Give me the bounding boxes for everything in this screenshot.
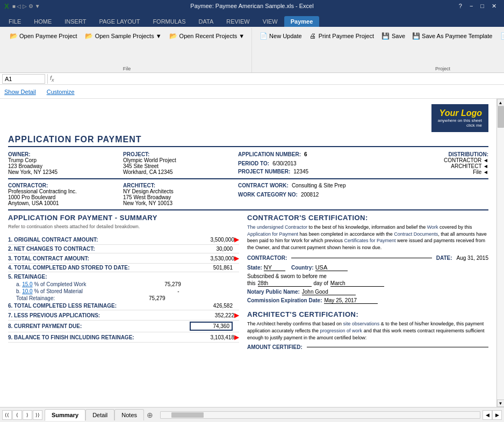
title-bar-title: Paymee: Paymee American Sample.xls - Exc… xyxy=(190,3,313,9)
line-item-3-label: 3. TOTAL CONTRACT AMOUNT: xyxy=(8,256,191,261)
line-item-8: 8. CURRENT PAYMENT DUE: 74,360 xyxy=(8,321,239,332)
tab-summary[interactable]: Summary xyxy=(45,409,85,421)
line-item-3: 3. TOTAL CONTRACT AMOUNT: 3,530,000 ▶ xyxy=(8,253,239,264)
tab-insert[interactable]: INSERT xyxy=(58,16,92,27)
h-scroll-buttons: ◀ ▶ xyxy=(483,410,502,420)
architect-address1: 175 West Broadway xyxy=(123,194,236,200)
amount-certified-line xyxy=(307,347,488,347)
arch-cert-text: The Architect hereby confirms that based… xyxy=(247,321,488,341)
vertical-scrollbar[interactable]: ▲ ▼ xyxy=(496,99,504,407)
line-item-6: 6. TOTAL COMPLETED LESS RETAINAGE: 426,5… xyxy=(8,302,239,310)
architect-block: ARCHITECT: NY Design Architects 175 West… xyxy=(123,183,236,206)
tab-detail[interactable]: Detail xyxy=(85,409,114,420)
tab-data[interactable]: DATA xyxy=(192,16,220,27)
tab-notes[interactable]: Notes xyxy=(114,409,144,420)
cert-notary-value: John Good xyxy=(302,289,356,295)
line-item-1-value: 3,500,000 xyxy=(191,237,234,243)
retainage-a-pct[interactable]: 15.0 xyxy=(22,281,32,287)
tab-review[interactable]: REVIEW xyxy=(220,16,256,27)
cert-notary-row: Notary Public Name: John Good xyxy=(247,289,488,295)
cert-sworn-text: Subscribed & sworn to before me xyxy=(247,273,327,279)
horizontal-scrollbar[interactable] xyxy=(160,411,480,419)
scroll-down-button[interactable]: ▼ xyxy=(497,399,505,407)
new-update-button[interactable]: 📄 New Update xyxy=(256,30,305,42)
tab-last-button[interactable]: ⟩⟩ xyxy=(33,410,42,420)
ribbon-group-file: 📂 Open Paymee Project 📂 Open Sample Proj… xyxy=(2,28,252,72)
h-scroll-left[interactable]: ◀ xyxy=(483,410,492,420)
print-paymee-button[interactable]: 🖨 Print Paymee Project xyxy=(306,30,377,42)
tab-next-button[interactable]: ⟩ xyxy=(23,410,32,420)
app-number-value: 6 xyxy=(304,151,307,157)
line-item-7-label: 7. LESS PREVIOUS APPLICATIONS: xyxy=(8,312,191,318)
document-content: Your Logo anywhere on this sheet click m… xyxy=(0,99,496,407)
open-recent-projects-button[interactable]: 📂 Open Recent Projects ▼ xyxy=(167,30,248,42)
tab-prev-button[interactable]: ⟨ xyxy=(12,410,22,420)
scroll-track[interactable] xyxy=(497,106,505,399)
retainage-b-value: - xyxy=(136,288,179,294)
retainage-a-label: a. 15.0 % of Completed Work xyxy=(16,281,86,287)
cert-sworn-row: Subscribed & sworn to before me xyxy=(247,273,488,279)
cert-this-value: 28th xyxy=(258,280,312,287)
line-item-6-value: 426,582 xyxy=(190,303,233,309)
project-number-label: PROJECT NUMBER: xyxy=(238,169,290,174)
tab-first-button[interactable]: ⟨⟨ xyxy=(2,410,12,420)
retainage-a: a. 15.0 % of Completed Work 75,279 xyxy=(8,281,239,288)
line-item-9: 9. BALANCE TO FINISH INCLUDING RETAINAGE… xyxy=(8,332,239,343)
ribbon-group-project-buttons: 📄 New Update 🖨 Print Paymee Project 💾 Sa… xyxy=(256,29,504,64)
h-scroll-thumb[interactable] xyxy=(171,412,204,418)
cert-state-label: State: xyxy=(247,265,262,271)
new-project-icon: 📄 xyxy=(500,32,504,40)
title-bar: X ■ ◁ ▷ ⚙ ▼ Paymee: Paymee American Samp… xyxy=(0,0,504,12)
tab-add-button[interactable]: ⊕ xyxy=(144,409,156,421)
open-paymee-project-button[interactable]: 📂 Open Paymee Project xyxy=(6,30,80,42)
formula-bar: fx xyxy=(0,73,504,85)
arrow-3: ▶ xyxy=(234,254,239,262)
help-button[interactable]: ? xyxy=(456,3,465,10)
line-item-8-value: 74,360 xyxy=(190,322,233,331)
project-number-value: 12345 xyxy=(293,169,308,174)
contractor-address2: Anytown, USA 10001 xyxy=(8,200,121,206)
architect-label: ARCHITECT: xyxy=(123,183,236,188)
open-sample-projects-button[interactable]: 📂 Open Sample Projects ▼ xyxy=(82,30,164,42)
app-number-block: APPLICATION NUMBER: 6 PERIOD TO: 6/30/20… xyxy=(238,151,416,175)
retainage-b: b. 10.0 % of Stored Material - xyxy=(8,288,239,295)
retainage-header: 5. RETAINAGE: xyxy=(8,272,239,281)
company-logo[interactable]: Your Logo anywhere on this sheet click m… xyxy=(431,104,488,132)
divider2 xyxy=(8,209,488,210)
line-item-2-value: 30,000 xyxy=(190,246,233,252)
tab-home[interactable]: HOME xyxy=(27,16,58,27)
h-scrollbar-area xyxy=(158,411,483,419)
owner-address2: New York, NY 12345 xyxy=(8,169,121,175)
maximize-button[interactable]: □ xyxy=(477,3,487,10)
customize-link[interactable]: Customize xyxy=(47,89,75,95)
work-category-label: WORK CATEGORY NO: xyxy=(238,192,298,198)
show-detail-link[interactable]: Show Detail xyxy=(4,89,36,95)
architect-address2: New York, NY 10013 xyxy=(123,200,236,206)
close-button[interactable]: ✕ xyxy=(488,3,500,10)
scroll-thumb[interactable] xyxy=(498,106,504,128)
line-item-8-label: 8. CURRENT PAYMENT DUE: xyxy=(8,323,190,329)
tab-page-layout[interactable]: PAGE LAYOUT xyxy=(92,16,146,27)
save-as-template-button[interactable]: 💾 Save As Paymee Template xyxy=(409,30,495,42)
contract-work-block: CONTRACT WORK: Consulting & Site Prep WO… xyxy=(238,183,488,206)
name-box[interactable] xyxy=(2,74,45,84)
line-item-1-label: 1. ORIGINAL CONTRACT AMOUNT: xyxy=(8,237,191,243)
excel-icon: X xyxy=(4,2,9,10)
ribbon-group-file-label: File xyxy=(123,64,131,71)
tab-file[interactable]: FILE xyxy=(2,16,27,27)
new-project-button[interactable]: 📄 New Project xyxy=(497,30,504,42)
formula-input[interactable] xyxy=(56,76,502,82)
owner-address1: 123 Broadway xyxy=(8,163,121,169)
retainage-b-pct[interactable]: 10.0 xyxy=(22,288,32,294)
project-address1: 345 Site Street xyxy=(123,163,236,169)
h-scroll-right[interactable]: ▶ xyxy=(492,410,502,420)
cert-date-label: DATE: xyxy=(436,255,452,261)
cert-contractor-label: CONTRACTOR: xyxy=(247,255,287,261)
scroll-up-button[interactable]: ▲ xyxy=(497,99,505,106)
save-button[interactable]: 💾 Save xyxy=(379,30,408,42)
tab-formulas[interactable]: FORMULAS xyxy=(146,16,192,27)
tab-view[interactable]: VIEW xyxy=(256,16,284,27)
print-icon: 🖨 xyxy=(308,32,317,40)
minimize-button[interactable]: − xyxy=(466,3,476,10)
tab-paymee[interactable]: Paymee xyxy=(284,16,320,27)
